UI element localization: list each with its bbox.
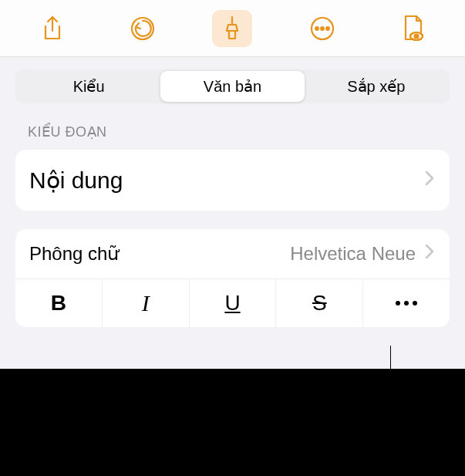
more-text-options-button[interactable]	[363, 279, 450, 327]
document-view-icon	[401, 15, 424, 42]
document-view-button[interactable]	[393, 10, 433, 47]
italic-button[interactable]: I	[103, 279, 190, 327]
bottom-black-area	[0, 369, 465, 476]
format-brush-icon	[221, 15, 244, 42]
callout-line	[390, 346, 391, 475]
segment-text[interactable]: Văn bản	[160, 71, 304, 102]
svg-point-7	[414, 34, 418, 38]
undo-icon	[130, 15, 156, 42]
segment-arrange[interactable]: Sắp xếp	[305, 71, 448, 102]
chevron-right-icon	[425, 244, 434, 264]
font-row[interactable]: Phông chữ Helvetica Neue	[15, 229, 450, 279]
share-icon	[42, 15, 63, 42]
paragraph-style-card: Nội dung	[15, 150, 450, 211]
svg-point-4	[326, 27, 329, 30]
text-style-row: B I U S	[15, 279, 450, 327]
more-button[interactable]	[302, 10, 342, 47]
svg-point-2	[315, 27, 318, 30]
paragraph-style-row[interactable]: Nội dung	[15, 150, 450, 211]
bold-button[interactable]: B	[15, 279, 103, 327]
paragraph-style-value: Nội dung	[29, 167, 123, 194]
font-label: Phông chữ	[29, 243, 119, 265]
format-button[interactable]	[212, 10, 252, 47]
segment-style[interactable]: Kiểu	[17, 71, 160, 102]
svg-point-3	[321, 27, 324, 30]
top-toolbar	[0, 0, 465, 57]
strikethrough-button[interactable]: S	[276, 279, 363, 327]
undo-button[interactable]	[123, 10, 163, 47]
more-dots-icon	[396, 301, 417, 306]
font-card: Phông chữ Helvetica Neue B I U S	[15, 229, 450, 327]
chevron-right-icon	[425, 170, 434, 191]
share-button[interactable]	[32, 10, 72, 47]
more-circle-icon	[309, 15, 335, 42]
font-value-wrap: Helvetica Neue	[290, 243, 434, 265]
underline-button[interactable]: U	[190, 279, 277, 327]
paragraph-style-section-label: KIỂU ĐOẠN	[0, 103, 465, 147]
font-value: Helvetica Neue	[290, 243, 416, 265]
segmented-control: Kiểu Văn bản Sắp xếp	[15, 69, 450, 103]
